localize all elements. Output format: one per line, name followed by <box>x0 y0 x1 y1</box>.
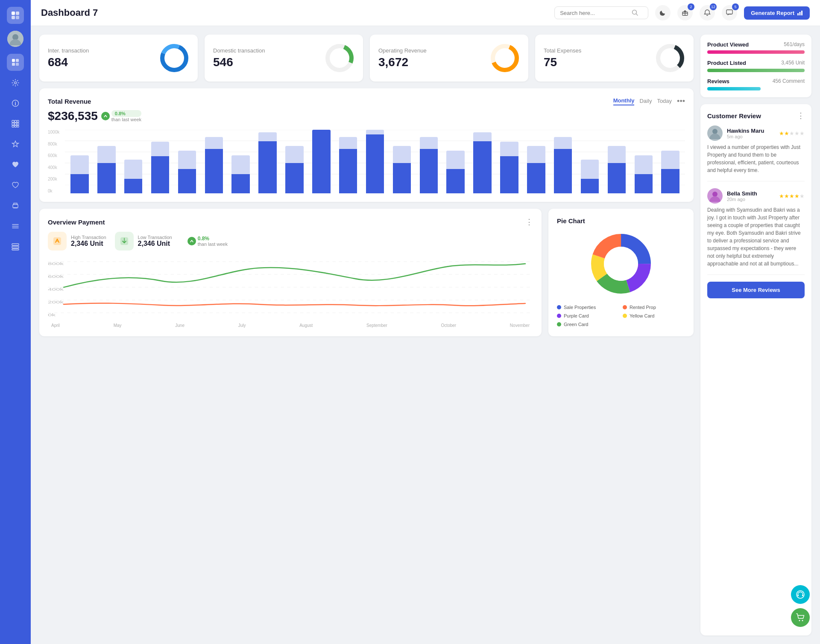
domestic-donut <box>325 43 354 73</box>
y-axis-labels: 0k 200k 400k 600k 800k 1000k <box>48 130 59 193</box>
review-2-top: Bella Smith 20m ago ★★★★★ <box>707 188 805 204</box>
reviewer-1-stars: ★★★★★ <box>779 130 805 137</box>
generate-report-button[interactable]: Generate Report <box>744 6 810 20</box>
svg-point-5 <box>12 34 18 40</box>
cart-icon <box>796 613 805 622</box>
sidebar-item-grid[interactable] <box>7 115 24 132</box>
legend-sale-label: Sale Properties <box>564 305 596 310</box>
notification-badge: 12 <box>710 3 717 10</box>
svg-rect-29 <box>800 12 801 15</box>
high-value: 2,346 Unit <box>71 240 106 248</box>
search-input[interactable] <box>560 10 628 16</box>
svg-text:800k: 800k <box>48 262 64 266</box>
high-transaction-info: High Transaction 2,346 Unit <box>71 235 106 248</box>
search-icon <box>632 9 638 16</box>
gift-button[interactable]: 2 <box>677 5 693 20</box>
see-more-button[interactable]: See More Reviews <box>707 282 805 298</box>
payment-more[interactable]: ⋮ <box>525 217 533 227</box>
legend-purple-label: Purple Card <box>564 313 589 318</box>
tab-daily[interactable]: Daily <box>639 98 652 105</box>
sidebar-item-settings[interactable] <box>7 74 24 91</box>
svg-rect-7 <box>16 59 19 62</box>
pie-chart-container <box>557 230 685 298</box>
reviewer-2-avatar <box>707 188 723 204</box>
payment-header: Overview Payment ⋮ <box>48 217 533 227</box>
pie-legend: Sale Properties Rented Prop Purple Card <box>557 305 685 327</box>
high-transaction-icon <box>48 232 67 251</box>
low-transaction-info: Low Transaction 2,346 Unit <box>138 235 172 248</box>
sidebar <box>0 0 31 644</box>
metric-viewed-name: Product Viewed <box>707 41 749 48</box>
legend-rented: Rented Prop <box>623 305 685 310</box>
reviewer-1-time: 5m ago <box>727 134 775 139</box>
svg-point-70 <box>712 192 718 197</box>
sidebar-item-print[interactable] <box>7 197 24 214</box>
review-item-1: Hawkins Maru 5m ago ★★★★★ I viewed a num… <box>707 125 805 181</box>
revenue-number: $236,535 <box>48 109 98 123</box>
svg-point-49 <box>187 237 196 245</box>
svg-point-40 <box>101 112 110 120</box>
legend-yellow-dot <box>623 314 627 318</box>
metrics-card: Product Viewed 561/days Product Listed 3… <box>700 35 811 97</box>
low-transaction: Low Transaction 2,346 Unit <box>115 232 172 251</box>
content-left: Inter. transaction 684 Domestic tr <box>39 35 694 635</box>
sidebar-item-dashboard[interactable] <box>7 54 24 71</box>
svg-rect-30 <box>801 11 802 15</box>
svg-rect-15 <box>12 123 14 125</box>
sidebar-item-star[interactable] <box>7 136 24 153</box>
pie-card: Pie Chart <box>548 209 694 336</box>
gift-badge: 2 <box>688 3 694 10</box>
svg-text:0k: 0k <box>48 313 56 317</box>
svg-rect-27 <box>726 10 732 14</box>
user-avatar[interactable] <box>7 31 23 47</box>
stat-card-inter: Inter. transaction 684 <box>39 35 198 82</box>
low-label: Low Transaction <box>138 235 172 240</box>
tab-monthly[interactable]: Monthly <box>613 97 635 105</box>
stat-card-domestic-left: Domestic transaction 546 <box>213 47 265 69</box>
metric-listed-bar <box>707 69 805 72</box>
revenue-tabs: Monthly Daily Today <box>613 97 672 105</box>
stats-row: Inter. transaction 684 Domestic tr <box>39 35 694 82</box>
low-transaction-icon <box>115 232 134 251</box>
reviewer-1-info: Hawkins Maru 5m ago <box>727 128 775 139</box>
search-bar[interactable] <box>554 6 648 19</box>
reviewer-2-stars: ★★★★★ <box>779 193 805 199</box>
inter-donut <box>159 43 189 73</box>
revenue-value: 3,672 <box>378 55 427 69</box>
expenses-label: Total Expenses <box>544 47 581 54</box>
sidebar-item-heart[interactable] <box>7 156 24 173</box>
revenue-more[interactable]: ••• <box>677 97 685 106</box>
svg-rect-18 <box>12 125 14 127</box>
support-button[interactable] <box>791 585 810 604</box>
sidebar-item-list[interactable] <box>7 238 24 255</box>
header: Dashboard 7 2 12 <box>31 0 820 26</box>
svg-rect-20 <box>17 125 19 127</box>
expenses-value: 75 <box>544 55 581 69</box>
dark-mode-toggle[interactable] <box>655 5 671 20</box>
sidebar-item-info[interactable] <box>7 95 24 112</box>
metric-reviews-value: 456 Comment <box>773 78 805 85</box>
tab-today[interactable]: Today <box>657 98 672 105</box>
svg-rect-3 <box>16 16 19 19</box>
legend-sale-dot <box>557 305 561 309</box>
svg-point-68 <box>712 129 718 134</box>
notification-button[interactable]: 12 <box>700 5 715 20</box>
line-chart-svg: 0k 200k 400k 600k 800k 1000k <box>48 257 533 326</box>
metric-viewed-header: Product Viewed 561/days <box>707 41 805 48</box>
reviews-more[interactable]: ⋮ <box>797 111 805 120</box>
reviewer-2-text: Dealing with Syamsudin and Bakri was a j… <box>707 206 805 268</box>
reviewer-1-text: I viewed a number of properties with Jus… <box>707 143 805 174</box>
sidebar-item-heart-outline[interactable] <box>7 177 24 194</box>
pie-title: Pie Chart <box>557 217 585 224</box>
metric-reviews-name: Reviews <box>707 78 729 85</box>
chat-button[interactable]: 5 <box>722 5 737 20</box>
inter-label: Inter. transaction <box>48 47 89 54</box>
high-label: High Transaction <box>71 235 106 240</box>
sidebar-item-menu[interactable] <box>7 218 24 235</box>
revenue-amount: $236,535 0.8% than last week <box>48 109 685 123</box>
pie-header: Pie Chart <box>557 217 685 224</box>
inter-value: 684 <box>48 55 89 69</box>
cart-button[interactable] <box>791 608 810 627</box>
stat-card-expenses-left: Total Expenses 75 <box>544 47 581 69</box>
change-pct: 0.8% <box>111 110 141 117</box>
